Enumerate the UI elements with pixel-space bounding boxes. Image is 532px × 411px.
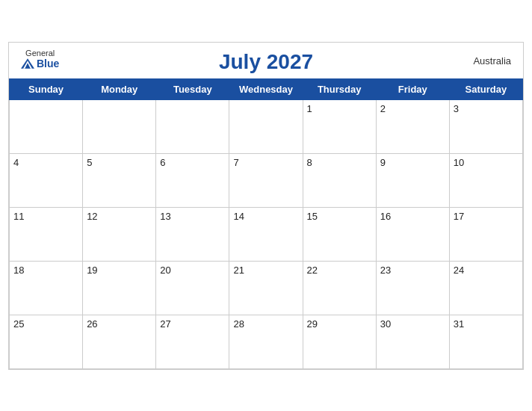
- day-cell-5: 5: [83, 153, 156, 207]
- day-cell-28: 28: [229, 315, 303, 368]
- day-number: 15: [307, 211, 318, 222]
- logo-icon: [21, 58, 34, 69]
- week-row-5: 25262728293031: [10, 315, 523, 368]
- day-number: 24: [454, 265, 464, 276]
- day-number: 8: [307, 157, 312, 168]
- day-number: 23: [380, 265, 391, 276]
- month-title: July 2027: [219, 50, 313, 74]
- day-number: 3: [454, 103, 459, 114]
- logo-general: General: [25, 49, 55, 58]
- day-cell-27: 27: [156, 315, 229, 368]
- week-row-4: 18192021222324: [10, 261, 523, 315]
- day-number: 7: [233, 157, 238, 168]
- empty-cell: [229, 99, 303, 153]
- day-number: 30: [380, 318, 391, 330]
- day-cell-21: 21: [229, 261, 303, 315]
- day-cell-14: 14: [229, 207, 303, 261]
- day-cell-1: 1: [303, 99, 376, 153]
- day-cell-25: 25: [10, 315, 83, 368]
- day-cell-7: 7: [229, 153, 303, 207]
- week-row-2: 45678910: [10, 153, 523, 207]
- day-header-monday: Monday: [83, 78, 156, 99]
- day-number: 4: [13, 157, 19, 168]
- day-header-friday: Friday: [376, 78, 449, 99]
- day-cell-4: 4: [10, 153, 83, 207]
- calendar-table: SundayMondayTuesdayWednesdayThursdayFrid…: [9, 78, 523, 369]
- day-cell-20: 20: [156, 261, 229, 315]
- day-number: 20: [160, 265, 170, 276]
- day-cell-2: 2: [376, 99, 449, 153]
- day-cell-23: 23: [376, 261, 449, 315]
- day-cell-11: 11: [10, 207, 83, 261]
- day-number: 11: [13, 211, 24, 222]
- day-number: 13: [160, 211, 170, 222]
- day-cell-8: 8: [303, 153, 376, 207]
- day-number: 21: [233, 265, 244, 276]
- day-number: 18: [13, 265, 24, 276]
- day-number: 2: [380, 103, 386, 114]
- day-number: 1: [307, 103, 312, 114]
- day-number: 5: [87, 157, 92, 168]
- country-label: Australia: [473, 55, 511, 66]
- day-number: 16: [380, 211, 391, 222]
- day-number: 28: [233, 318, 244, 330]
- empty-cell: [156, 99, 229, 153]
- day-number: 12: [87, 211, 97, 222]
- day-cell-19: 19: [83, 261, 156, 315]
- day-cell-17: 17: [449, 207, 522, 261]
- day-cell-30: 30: [376, 315, 449, 368]
- day-number: 25: [13, 318, 24, 330]
- day-cell-29: 29: [303, 315, 376, 368]
- day-number: 22: [307, 265, 318, 276]
- day-number: 14: [233, 211, 244, 222]
- week-row-1: 123: [10, 99, 523, 153]
- day-number: 31: [454, 318, 464, 330]
- day-number: 19: [87, 265, 97, 276]
- day-cell-9: 9: [376, 153, 449, 207]
- day-header-saturday: Saturday: [449, 78, 522, 99]
- day-number: 26: [87, 318, 97, 330]
- logo-blue: Blue: [37, 58, 59, 69]
- day-cell-18: 18: [10, 261, 83, 315]
- day-cell-16: 16: [376, 207, 449, 261]
- day-cell-12: 12: [83, 207, 156, 261]
- day-number: 29: [307, 318, 318, 330]
- day-cell-3: 3: [449, 99, 522, 153]
- day-cell-26: 26: [83, 315, 156, 368]
- day-cell-31: 31: [449, 315, 522, 368]
- day-number: 9: [380, 157, 386, 168]
- empty-cell: [83, 99, 156, 153]
- day-cell-15: 15: [303, 207, 376, 261]
- days-header-row: SundayMondayTuesdayWednesdayThursdayFrid…: [10, 78, 523, 99]
- empty-cell: [10, 99, 83, 153]
- week-row-3: 11121314151617: [10, 207, 523, 261]
- day-header-thursday: Thursday: [303, 78, 376, 99]
- day-number: 6: [160, 157, 165, 168]
- day-number: 17: [454, 211, 464, 222]
- day-number: 27: [160, 318, 170, 330]
- logo: General Blue: [21, 49, 59, 69]
- calendar: General Blue July 2027 Australia SundayM…: [8, 42, 524, 370]
- day-number: 10: [454, 157, 464, 168]
- day-cell-24: 24: [449, 261, 522, 315]
- calendar-header: General Blue July 2027 Australia: [9, 43, 523, 78]
- day-header-sunday: Sunday: [10, 78, 83, 99]
- day-header-wednesday: Wednesday: [229, 78, 303, 99]
- day-cell-22: 22: [303, 261, 376, 315]
- day-cell-6: 6: [156, 153, 229, 207]
- day-header-tuesday: Tuesday: [156, 78, 229, 99]
- day-cell-13: 13: [156, 207, 229, 261]
- day-cell-10: 10: [449, 153, 522, 207]
